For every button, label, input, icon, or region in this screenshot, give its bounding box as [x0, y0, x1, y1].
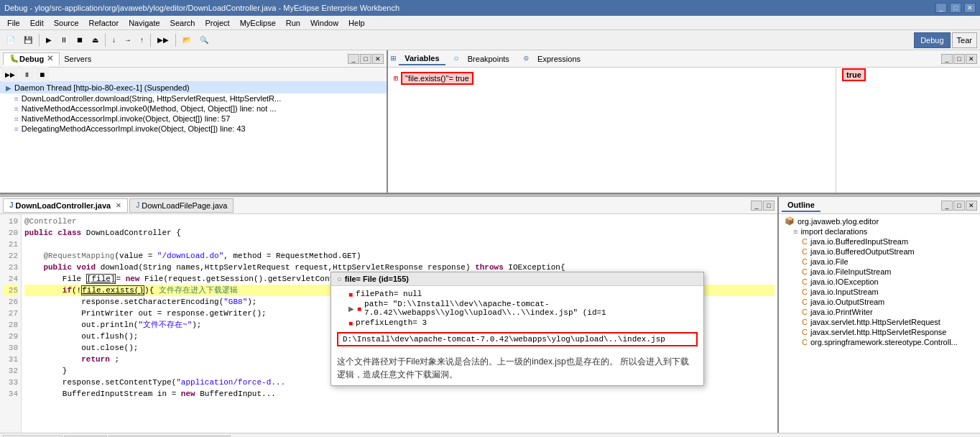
menu-refactor[interactable]: Refactor — [85, 18, 124, 28]
toolbar-new[interactable]: 📄 — [3, 32, 19, 48]
outline-item-0[interactable]: 📦 org.javaweb.ylog.editor — [779, 216, 980, 226]
close-button[interactable]: ✕ — [964, 3, 976, 13]
outline-item-11[interactable]: C javax.servlet.http.HttpServletResponse — [779, 327, 980, 337]
menu-search[interactable]: Search — [166, 18, 200, 28]
toolbar-save[interactable]: 💾 — [20, 32, 36, 48]
class-icon-4: C — [802, 277, 808, 286]
outline-label-1: import declarations — [800, 227, 867, 236]
expressions-tab-icon: ⊙ — [524, 53, 529, 64]
popup-prefix-item: ■ prefixLength= 3 — [337, 318, 698, 328]
toolbar-stepover[interactable]: → — [121, 32, 135, 48]
editor-tab-downloadfilepage[interactable]: J DownLoadFilePage.java — [129, 198, 234, 213]
code-line-34: BufferedInputStream in = new BufferedInp… — [24, 388, 775, 400]
toolbar-run[interactable]: ▶▶ — [154, 32, 172, 48]
toolbar-separator-3 — [150, 34, 151, 47]
maximize-button[interactable]: □ — [950, 3, 961, 13]
window-title: Debug - ylog/src-application/org/javaweb… — [4, 4, 399, 12]
menu-navigate[interactable]: Navigate — [124, 18, 164, 28]
outline-label-4: java.io.File — [810, 257, 849, 266]
menu-source[interactable]: Source — [50, 18, 83, 28]
outline-panel-controls[interactable]: _ □ ✕ — [941, 201, 977, 211]
vars-maximize-button[interactable]: □ — [953, 54, 965, 64]
menu-project[interactable]: Project — [200, 18, 234, 28]
debug-perspective-button[interactable]: Debug — [914, 32, 950, 48]
outline-item-1[interactable]: ≡ import declarations — [779, 226, 980, 236]
menu-file[interactable]: File — [3, 18, 24, 28]
outline-item-7[interactable]: C java.io.InputStream — [779, 287, 980, 297]
minimize-button[interactable]: _ — [935, 3, 947, 13]
outline-content: 📦 org.javaweb.ylog.editor ≡ import decla… — [779, 214, 980, 433]
stack-text-2: NativeMethodAccessorImpl.invoke(Object, … — [22, 114, 230, 123]
editor-tab-download-controller[interactable]: J DownLoadController.java ✕ — [3, 198, 128, 213]
outline-item-8[interactable]: C java.io.OutputStream — [779, 297, 980, 307]
editor-panel-controls[interactable]: _ □ — [751, 201, 775, 211]
outline-item-10[interactable]: C javax.servlet.http.HttpServletRequest — [779, 317, 980, 327]
popup-title: ○ file= File (id=155) — [331, 272, 703, 286]
outline-item-9[interactable]: C java.io.PrintWriter — [779, 307, 980, 317]
stack-icon-2: ≡ — [14, 115, 19, 123]
expand-icon[interactable]: ▶ — [348, 305, 354, 313]
stack-icon-3: ≡ — [14, 125, 19, 133]
menu-window[interactable]: Window — [306, 18, 343, 28]
resume-all-button[interactable]: ▶▶ — [1, 67, 19, 83]
file-icon: ○ — [337, 275, 342, 283]
stack-frame-1[interactable]: ≡ NativeMethodAccessorImpl.invoke0(Metho… — [0, 104, 387, 114]
outline-item-6[interactable]: C java.io.IOException — [779, 277, 980, 287]
expression-icon: ⊞ — [394, 74, 398, 83]
window-controls[interactable]: _ □ ✕ — [935, 3, 976, 13]
menu-edit[interactable]: Edit — [26, 18, 48, 28]
vars-tab-bar: ⊞ Variables ○ Breakpoints ⊙ Expressions … — [388, 50, 980, 68]
toolbar-search[interactable]: 🔍 — [196, 32, 212, 48]
editor-minimize-button[interactable]: _ — [751, 201, 762, 211]
menu-run[interactable]: Run — [282, 18, 305, 28]
debug-panel-controls[interactable]: _ □ ✕ — [348, 54, 384, 64]
vars-panel-controls[interactable]: _ □ ✕ — [941, 54, 977, 64]
outline-item-4[interactable]: C java.io.File — [779, 257, 980, 267]
outline-item-5[interactable]: C java.io.FileInputStream — [779, 267, 980, 277]
popup-filepath-item: ■ filePath= null — [337, 289, 698, 299]
class-icon-3: C — [802, 267, 808, 276]
outline-close-button[interactable]: ✕ — [966, 201, 977, 211]
outline-tab[interactable]: Outline — [782, 199, 820, 212]
class-icon-8: C — [802, 318, 808, 326]
vars-minimize-button[interactable]: _ — [941, 54, 953, 64]
outline-item-12[interactable]: C org.springframework.stereotype.Control… — [779, 337, 980, 347]
outline-minimize-button[interactable]: _ — [941, 201, 953, 211]
stack-frame-2[interactable]: ≡ NativeMethodAccessorImpl.invoke(Object… — [0, 114, 387, 124]
debug-tab[interactable]: 🐛 Debug ✕ — [3, 52, 60, 65]
toolbar-open[interactable]: 📂 — [179, 32, 195, 48]
stack-frame-3[interactable]: ≡ DelegatingMethodAccessorImpl.invoke(Ob… — [0, 124, 387, 134]
class-icon-5: C — [802, 288, 808, 296]
toolbar-suspend[interactable]: ⏸ — [57, 32, 71, 48]
expressions-tab[interactable]: Expressions — [532, 53, 586, 65]
thread-item[interactable]: ▶ Daemon Thread [http-bio-80-exec-1] (Su… — [0, 82, 387, 93]
toolbar-disconnect[interactable]: ⏏ — [88, 32, 102, 48]
menu-myeclipse[interactable]: MyEclipse — [236, 18, 280, 28]
toolbar-stepreturn[interactable]: ↑ — [137, 32, 147, 48]
debug-tab-close[interactable]: ✕ — [47, 54, 53, 63]
toolbar-stop[interactable]: ⏹ — [73, 32, 87, 48]
suspend-all-button[interactable]: ⏸ — [20, 67, 34, 83]
outline-maximize-button[interactable]: □ — [953, 201, 965, 211]
editor-maximize-button[interactable]: □ — [763, 201, 775, 211]
servers-tab[interactable]: Servers — [64, 55, 91, 63]
stop-all-button[interactable]: ⏹ — [35, 67, 49, 83]
maximize-panel-button[interactable]: □ — [360, 54, 371, 64]
popup-note-text: 这个文件路径对于File对象来说是合法的。上一级的index.jsp也是存在的。… — [337, 356, 689, 380]
vars-close-button[interactable]: ✕ — [966, 54, 977, 64]
minimize-panel-button[interactable]: _ — [348, 54, 359, 64]
editor-tab-close-0[interactable]: ✕ — [116, 202, 121, 209]
variables-tab[interactable]: Variables — [399, 52, 445, 65]
close-panel-button[interactable]: ✕ — [372, 54, 384, 64]
debug-thread-list: ▶ Daemon Thread [http-bio-80-exec-1] (Su… — [0, 82, 387, 193]
menu-help[interactable]: Help — [344, 18, 369, 28]
breakpoints-tab[interactable]: Breakpoints — [462, 53, 515, 65]
tear-button[interactable]: Tear — [952, 32, 977, 48]
outline-item-3[interactable]: C java.io.BufferedOutputStream — [779, 247, 980, 257]
toolbar-stepinto[interactable]: ↓ — [108, 32, 119, 48]
expression-name-column: ⊞ "file.exists()"= true — [388, 68, 836, 193]
debug-panel-toolbar: ▶▶ ⏸ ⏹ — [0, 68, 387, 82]
outline-item-2[interactable]: C java.io.BufferedInputStream — [779, 236, 980, 247]
toolbar-resume[interactable]: ▶ — [42, 32, 55, 48]
stack-frame-0[interactable]: ≡ DownLoadController.download(String, Ht… — [0, 93, 387, 104]
